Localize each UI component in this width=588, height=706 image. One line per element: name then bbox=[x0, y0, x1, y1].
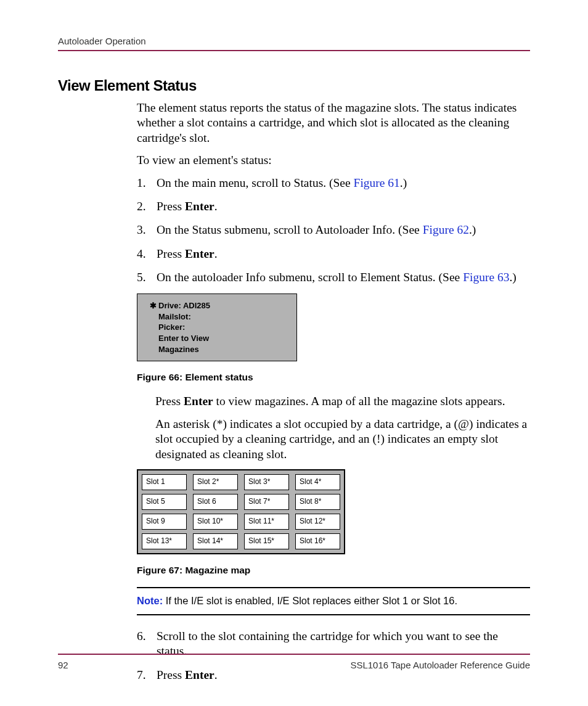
note-rule-bottom bbox=[137, 614, 530, 615]
page-footer: 92 SSL1016 Tape Autoloader Reference Gui… bbox=[58, 654, 530, 670]
step-text: .) bbox=[469, 223, 476, 236]
lcd-text: Picker: bbox=[158, 322, 185, 332]
slot-cell: Slot 5 bbox=[142, 494, 187, 510]
slot-cell: Slot 16* bbox=[295, 533, 340, 549]
slot-cell: Slot 9 bbox=[142, 514, 187, 530]
doc-title: SSL1016 Tape Autoloader Reference Guide bbox=[350, 660, 530, 670]
key-enter: Enter bbox=[184, 395, 213, 408]
step-4: Press Enter. bbox=[137, 247, 530, 261]
running-head: Autoloader Operation bbox=[58, 36, 530, 50]
slot-cell: Slot 2* bbox=[193, 474, 238, 490]
header-rule bbox=[58, 50, 530, 51]
lcd-line-4: Enter to View bbox=[150, 333, 288, 344]
step-text: .) bbox=[509, 271, 516, 284]
lead-in: To view an element's status: bbox=[137, 153, 530, 168]
paragraph: An asterisk (*) indicates a slot occupie… bbox=[155, 417, 530, 462]
slot-cell: Slot 10* bbox=[193, 514, 238, 530]
step-body: Press Enter to view magazines. A map of … bbox=[155, 394, 530, 462]
slot-cell: Slot 14* bbox=[193, 533, 238, 549]
figure-link-63[interactable]: Figure 63 bbox=[463, 271, 509, 284]
lcd-line-5: Magazines bbox=[150, 344, 288, 355]
step-text: On the autoloader Info submenu, scroll t… bbox=[157, 271, 463, 284]
step-text: . bbox=[214, 200, 218, 213]
step-text: On the Status submenu, scroll to Autoloa… bbox=[157, 223, 423, 236]
lcd-text: Mailslot: bbox=[158, 312, 191, 321]
slot-cell: Slot 7* bbox=[244, 494, 289, 510]
lcd-text: Magazines bbox=[158, 345, 199, 354]
lcd-text: Drive: ADI285 bbox=[158, 301, 210, 310]
lcd-line-3: Picker: bbox=[150, 322, 288, 333]
step-text: Press bbox=[157, 247, 185, 260]
figure-link-61[interactable]: Figure 61 bbox=[354, 176, 400, 189]
step-text: . bbox=[214, 247, 218, 260]
step-1: On the main menu, scroll to Status. (See… bbox=[137, 176, 530, 191]
section-heading: View Element Status bbox=[58, 77, 530, 94]
slot-cell: Slot 8* bbox=[295, 494, 340, 510]
figure-67-caption: Figure 67: Magazine map bbox=[137, 564, 530, 576]
slot-cell: Slot 6 bbox=[193, 494, 238, 510]
lcd-line-1: ✱ Drive: ADI285 bbox=[150, 300, 288, 311]
step-2: Press Enter. bbox=[137, 199, 530, 214]
footer-row: 92 SSL1016 Tape Autoloader Reference Gui… bbox=[58, 660, 530, 670]
step-text: On the main menu, scroll to Status. (See bbox=[157, 176, 354, 189]
page-number: 92 bbox=[58, 660, 68, 670]
note-rule-top bbox=[137, 587, 530, 588]
intro-paragraph: The element status reports the status of… bbox=[137, 101, 530, 146]
footer-rule bbox=[58, 654, 530, 655]
note-label: Note: bbox=[137, 595, 163, 606]
slot-cell: Slot 4* bbox=[295, 474, 340, 490]
paragraph: Press Enter to view magazines. A map of … bbox=[155, 394, 530, 409]
key-enter: Enter bbox=[185, 247, 214, 260]
procedure-steps-1: On the main menu, scroll to Status. (See… bbox=[137, 176, 530, 285]
star-icon: ✱ bbox=[150, 300, 157, 311]
map-grid: Slot 1 Slot 2* Slot 3* Slot 4* Slot 5 Sl… bbox=[142, 474, 340, 549]
text: to view magazines. A map of all the maga… bbox=[213, 395, 505, 408]
lcd-line-2: Mailslot: bbox=[150, 311, 288, 322]
slot-cell: Slot 3* bbox=[244, 474, 289, 490]
text: Press bbox=[155, 395, 184, 408]
magazine-map: Slot 1 Slot 2* Slot 3* Slot 4* Slot 5 Sl… bbox=[137, 469, 345, 554]
step-5: On the autoloader Info submenu, scroll t… bbox=[137, 270, 530, 285]
key-enter: Enter bbox=[185, 200, 214, 213]
step-3: On the Status submenu, scroll to Autoloa… bbox=[137, 223, 530, 237]
body-column: The element status reports the status of… bbox=[137, 101, 530, 683]
step-text: Press bbox=[157, 200, 185, 213]
note-text: If the I/E slot is enabled, I/E Slot rep… bbox=[163, 595, 457, 606]
figure-66-caption: Figure 66: Element status bbox=[137, 371, 530, 383]
lcd-screen: ✱ Drive: ADI285 Mailslot: Picker: Enter … bbox=[137, 293, 297, 361]
page: Autoloader Operation View Element Status… bbox=[0, 0, 588, 706]
slot-cell: Slot 11* bbox=[244, 514, 289, 530]
note: Note: If the I/E slot is enabled, I/E Sl… bbox=[137, 594, 530, 607]
lcd-text: Enter to View bbox=[158, 334, 209, 343]
slot-cell: Slot 12* bbox=[295, 514, 340, 530]
slot-cell: Slot 13* bbox=[142, 533, 187, 549]
figure-link-62[interactable]: Figure 62 bbox=[423, 223, 469, 236]
step-text: .) bbox=[400, 176, 407, 189]
slot-cell: Slot 15* bbox=[244, 533, 289, 549]
slot-cell: Slot 1 bbox=[142, 474, 187, 490]
